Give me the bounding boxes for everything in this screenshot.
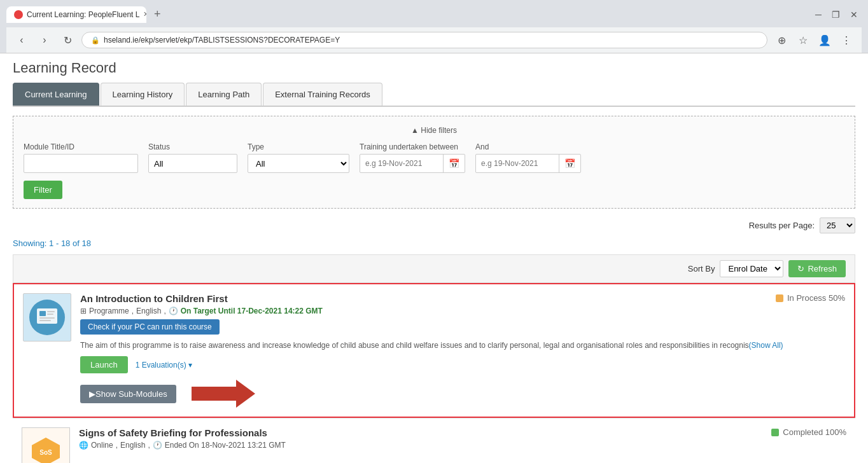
course-actions-1: Launch 1 Evaluation(s) ▾ xyxy=(80,356,845,373)
course-header-2: Signs of Safety Briefing for Professiona… xyxy=(79,427,846,438)
module-title-input[interactable] xyxy=(24,154,138,173)
tab-external-training-records[interactable]: External Training Records xyxy=(263,83,382,106)
page-content: Learning Record Current Learning Learnin… xyxy=(0,53,868,463)
forward-button[interactable]: › xyxy=(36,31,53,49)
status-dot-1 xyxy=(776,294,783,302)
hide-filters-bar: ▲ Hide filters xyxy=(24,125,844,135)
course-meta-2: 🌐 Online, English, 🕐 Ended On 18-Nov-202… xyxy=(79,441,846,450)
date-from-input[interactable] xyxy=(360,156,443,171)
browser-actions: ⊕ ☆ 👤 ⋮ xyxy=(773,31,855,49)
back-button[interactable]: ‹ xyxy=(13,31,31,49)
training-between-filter-group: Training undertaken between 📅 xyxy=(360,142,465,173)
browser-chrome: Current Learning: PeopleFluent L ✕ + ─ ❐… xyxy=(0,0,868,53)
results-bar: Results per Page: 25 50 100 xyxy=(13,218,855,233)
dropdown-icon-eval: ▾ xyxy=(188,361,192,370)
address-bar[interactable]: 🔒 hseland.ie/ekp/servlet/ekp/TABLISTSESS… xyxy=(81,32,767,48)
reload-button[interactable]: ↻ xyxy=(59,31,76,49)
globe-icon-2: 🌐 xyxy=(79,441,88,450)
refresh-icon: ↻ xyxy=(797,264,804,273)
course-title-1: An Introduction to Children First xyxy=(80,293,228,304)
filter-button[interactable]: Filter xyxy=(24,181,62,199)
and-group: And 📅 xyxy=(475,142,581,173)
ended-text-2: Ended On 18-Nov-2021 13:21 GMT xyxy=(165,441,286,450)
on-target-text-1: On Target Until 17-Dec-2021 14:22 GMT xyxy=(181,307,323,315)
filter-section: ▲ Hide filters Module Title/ID Status Ty… xyxy=(13,116,855,209)
check-pc-button[interactable]: Check if your PC can run this course xyxy=(80,319,220,335)
tab-current-learning[interactable]: Current Learning xyxy=(13,83,99,106)
svg-rect-4 xyxy=(47,314,53,315)
restore-button[interactable]: ❐ xyxy=(828,8,844,21)
bookmark-button[interactable]: ☆ xyxy=(794,31,812,49)
programme-icon: ⊞ xyxy=(80,307,87,315)
svg-rect-2 xyxy=(39,311,46,316)
status-dot-2 xyxy=(771,429,779,436)
type-filter-group: Type All xyxy=(248,142,349,173)
module-title-label: Module Title/ID xyxy=(24,142,138,151)
browser-tabs: Current Learning: PeopleFluent L ✕ + ─ ❐… xyxy=(6,5,862,24)
launch-button-1[interactable]: Launch xyxy=(80,356,128,373)
training-between-label: Training undertaken between xyxy=(360,142,465,151)
sort-select[interactable]: Enrol Date Title Status xyxy=(720,260,783,277)
course-title-2: Signs of Safety Briefing for Professiona… xyxy=(79,427,267,438)
sub-modules-bar: ▶Show Sub-Modules xyxy=(80,380,845,408)
profile-button[interactable]: 👤 xyxy=(816,31,834,49)
results-per-page-label: Results per Page: xyxy=(749,221,815,230)
menu-button[interactable]: ⋮ xyxy=(837,31,855,49)
course-header-1: An Introduction to Children First In Pro… xyxy=(80,293,845,304)
course-status-2: Completed 100% xyxy=(771,427,846,437)
refresh-button[interactable]: ↻ Refresh xyxy=(788,260,846,277)
course-description-1: The aim of this programme is to raise aw… xyxy=(80,340,845,351)
course-thumb-icon-2: SoS xyxy=(28,434,64,463)
hide-filters-link[interactable]: ▲ Hide filters xyxy=(411,126,457,135)
course-info-2: Signs of Safety Briefing for Professiona… xyxy=(79,427,846,453)
showing-text: Showing: 1 - 18 of 18 xyxy=(13,238,855,248)
svg-rect-1 xyxy=(37,308,57,324)
cast-button[interactable]: ⊕ xyxy=(773,31,790,49)
active-browser-tab[interactable]: Current Learning: PeopleFluent L ✕ xyxy=(6,6,146,23)
course-card-2: SoS Signs of Safety Briefing for Profess… xyxy=(13,418,855,463)
and-label: And xyxy=(475,142,581,151)
minimize-button[interactable]: ─ xyxy=(811,8,825,21)
show-sub-modules-button[interactable]: ▶Show Sub-Modules xyxy=(80,385,176,403)
type-label: Type xyxy=(248,142,349,151)
course-type-2: Online xyxy=(91,441,113,450)
window-controls: ─ ❐ ✕ xyxy=(811,8,862,21)
arrow-body xyxy=(192,387,236,401)
module-title-filter-group: Module Title/ID xyxy=(24,142,138,173)
course-status-1: In Process 50% xyxy=(776,293,845,303)
date-from-wrapper: 📅 xyxy=(360,154,465,173)
svg-rect-6 xyxy=(39,320,51,321)
clock-icon-1: 🕐 xyxy=(169,307,178,315)
filter-row: Module Title/ID Status Type All Training… xyxy=(24,142,844,173)
browser-controls: ‹ › ↻ 🔒 hseland.ie/ekp/servlet/ekp/TABLI… xyxy=(6,27,862,53)
course-info-1: An Introduction to Children First In Pro… xyxy=(80,293,845,408)
course-lang-2: English xyxy=(120,441,145,450)
sort-by-label: Sort By xyxy=(688,264,715,273)
date-to-input[interactable] xyxy=(476,156,559,171)
course-thumbnail-2: SoS xyxy=(22,427,70,463)
show-all-link-1[interactable]: (Show All) xyxy=(749,341,783,350)
svg-text:SoS: SoS xyxy=(39,449,52,456)
red-arrow xyxy=(192,380,255,408)
calendar-to-icon[interactable]: 📅 xyxy=(559,155,580,172)
evaluation-link-1[interactable]: 1 Evaluation(s) ▾ xyxy=(136,361,192,370)
address-text: hseland.ie/ekp/servlet/ekp/TABLISTSESSIO… xyxy=(104,36,340,45)
course-card-1-inner: An Introduction to Children First In Pro… xyxy=(23,293,845,408)
type-select[interactable]: All xyxy=(248,154,349,173)
calendar-from-icon[interactable]: 📅 xyxy=(443,155,465,172)
tab-learning-history[interactable]: Learning History xyxy=(101,83,185,106)
date-to-wrapper: 📅 xyxy=(475,154,581,173)
course-type-1: Programme xyxy=(89,307,129,315)
tab-close-button[interactable]: ✕ xyxy=(143,10,146,18)
svg-rect-3 xyxy=(47,311,55,312)
status-filter-group: Status xyxy=(148,142,237,173)
clock-icon-2: 🕐 xyxy=(153,441,162,450)
results-per-page-select[interactable]: 25 50 100 xyxy=(820,218,855,233)
close-window-button[interactable]: ✕ xyxy=(846,8,862,21)
status-label-1: In Process 50% xyxy=(787,293,845,303)
new-tab-button[interactable]: + xyxy=(149,5,166,24)
course-thumb-icon-1 xyxy=(29,300,65,335)
tab-learning-path[interactable]: Learning Path xyxy=(186,83,262,106)
status-input[interactable] xyxy=(148,154,237,173)
tabs-container: Current Learning Learning History Learni… xyxy=(13,83,855,107)
